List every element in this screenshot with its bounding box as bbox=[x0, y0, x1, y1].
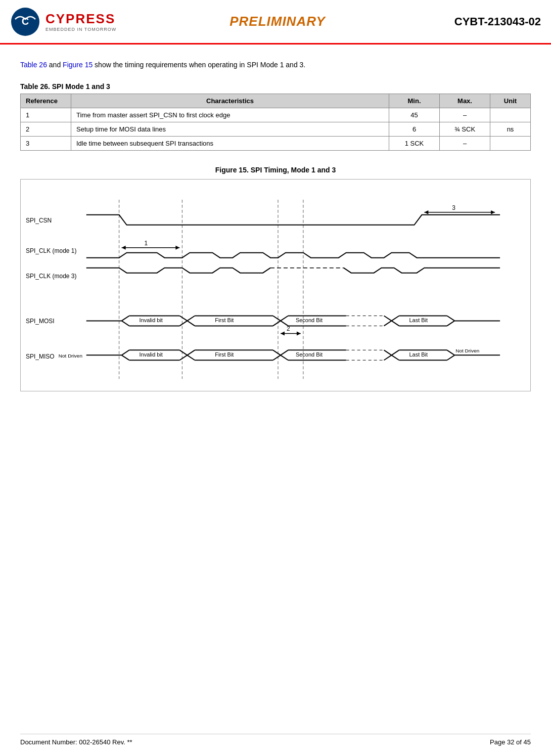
miso-last-label: Last Bit bbox=[409, 351, 428, 358]
mosi-invalid-label: Invalid bit bbox=[140, 317, 163, 323]
clk3-waveform-pre bbox=[86, 268, 270, 273]
cell-unit-0 bbox=[490, 108, 531, 122]
table-row: 1 Time from master assert SPI_CSN to fir… bbox=[21, 108, 531, 122]
miso-not-driven-left-label: Not Driven bbox=[59, 353, 82, 359]
annotation3-label: 3 bbox=[452, 204, 455, 211]
miso-xdown1 bbox=[122, 355, 129, 360]
miso-x3-up bbox=[187, 350, 195, 355]
cell-char-2: Idle time between subsequent SPI transac… bbox=[71, 137, 389, 151]
miso-x3-down bbox=[187, 355, 195, 360]
miso-second-label: Second Bit bbox=[296, 351, 323, 358]
mosi-xdown1 bbox=[122, 321, 129, 326]
logo-sub-text: EMBEDDED IN TOMORROW bbox=[45, 27, 116, 32]
miso-x6-a bbox=[384, 350, 392, 355]
mosi-x2-down bbox=[179, 321, 187, 326]
annotation2-label: 2 bbox=[287, 325, 290, 332]
annotation3-arrow-left bbox=[424, 210, 428, 214]
spi-mode-table: Reference Characteristics Min. Max. Unit… bbox=[20, 94, 531, 151]
table-ref-link[interactable]: Table 26 bbox=[20, 61, 47, 69]
miso-x2-down bbox=[179, 355, 187, 360]
miso-invalid-label: Invalid bit bbox=[140, 351, 163, 358]
col-header-reference: Reference bbox=[21, 94, 71, 108]
mosi-second-label: Second Bit bbox=[296, 317, 323, 323]
signal-label-mosi: SPI_MOSI bbox=[26, 318, 55, 325]
miso-x2-up bbox=[179, 350, 187, 355]
mosi-x5-a bbox=[281, 316, 288, 321]
table-row: 2 Setup time for MOSI data lines 6 ¾ SCK… bbox=[21, 122, 531, 137]
figure-title: Figure 15. SPI Timing, Mode 1 and 3 bbox=[20, 166, 531, 174]
csn-waveform bbox=[86, 215, 500, 225]
cell-char-1: Setup time for MOSI data lines bbox=[71, 122, 389, 137]
page-header: C CYPRESS EMBEDDED IN TOMORROW PRELIMINA… bbox=[0, 0, 551, 45]
mosi-xup1 bbox=[122, 316, 129, 321]
signal-label-miso: SPI_MISO bbox=[26, 353, 55, 360]
table-header-row: Reference Characteristics Min. Max. Unit bbox=[21, 94, 531, 108]
cell-max-1: ¾ SCK bbox=[440, 122, 490, 137]
cell-unit-1: ns bbox=[490, 122, 531, 137]
cell-max-2: – bbox=[440, 137, 490, 151]
annotation3-arrow-right bbox=[491, 210, 495, 214]
annotation1-arrow-left bbox=[122, 246, 126, 250]
col-header-max: Max. bbox=[440, 94, 490, 108]
miso-x5-b bbox=[281, 355, 288, 360]
miso-x7-b bbox=[392, 355, 399, 360]
miso-x4-b bbox=[273, 355, 281, 360]
col-header-unit: Unit bbox=[490, 94, 531, 108]
cell-ref-0: 1 bbox=[21, 108, 71, 122]
footer-page: Page 32 of 45 bbox=[490, 738, 531, 746]
intro-after: show the timing requirements when operat… bbox=[93, 61, 305, 69]
intro-paragraph: Table 26 and Figure 15 show the timing r… bbox=[20, 60, 531, 70]
logo-brand-text: CYPRESS bbox=[45, 11, 116, 27]
clk3-waveform-post bbox=[344, 268, 500, 273]
mosi-x4-a bbox=[273, 316, 281, 321]
header-title: PRELIMINARY bbox=[146, 14, 409, 29]
miso-end-a bbox=[447, 350, 454, 355]
table-row: 3 Idle time between subsequent SPI trans… bbox=[21, 137, 531, 151]
annotation2-arrow-right bbox=[297, 331, 301, 335]
mosi-x2-up bbox=[179, 316, 187, 321]
signal-label-clk1: SPI_CLK (mode 1) bbox=[26, 247, 76, 254]
footer-doc-number: Document Number: 002-26540 Rev. ** bbox=[20, 738, 132, 746]
signal-label-clk3: SPI_CLK (mode 3) bbox=[26, 273, 76, 280]
main-content: Table 26 and Figure 15 show the timing r… bbox=[0, 45, 551, 437]
miso-end-b bbox=[447, 355, 454, 360]
mosi-end-a bbox=[447, 316, 454, 321]
figure-ref-link[interactable]: Figure 15 bbox=[63, 61, 93, 69]
cell-unit-2 bbox=[490, 137, 531, 151]
miso-not-driven-right-label: Not Driven bbox=[455, 348, 479, 353]
mosi-x6-a bbox=[384, 316, 392, 321]
intro-and: and bbox=[47, 61, 63, 69]
cell-min-2: 1 SCK bbox=[389, 137, 440, 151]
logo-area: C CYPRESS EMBEDDED IN TOMORROW bbox=[10, 7, 146, 37]
mosi-x6-b bbox=[384, 321, 392, 326]
miso-first-label: First Bit bbox=[215, 351, 234, 358]
cell-ref-1: 2 bbox=[21, 122, 71, 137]
page-footer: Document Number: 002-26540 Rev. ** Page … bbox=[20, 734, 531, 746]
cypress-logo-icon: C bbox=[10, 7, 40, 37]
cell-char-0: Time from master assert SPI_CSN to first… bbox=[71, 108, 389, 122]
cell-ref-2: 3 bbox=[21, 137, 71, 151]
mosi-end-b bbox=[447, 321, 454, 326]
timing-diagram-svg: SPI_CSN SPI_CLK (mode 1) SPI_CLK (mode 3… bbox=[21, 180, 530, 391]
miso-x6-b bbox=[384, 355, 392, 360]
mosi-x3-down bbox=[187, 321, 195, 326]
annotation1-arrow-right bbox=[175, 246, 179, 250]
clk1-waveform bbox=[86, 253, 500, 258]
annotation2-arrow-left bbox=[281, 331, 285, 335]
cell-min-0: 45 bbox=[389, 108, 440, 122]
col-header-min: Min. bbox=[389, 94, 440, 108]
miso-x7-a bbox=[392, 350, 399, 355]
mosi-x7-a bbox=[392, 316, 399, 321]
cell-min-1: 6 bbox=[389, 122, 440, 137]
table-title: Table 26. SPI Mode 1 and 3 bbox=[20, 82, 531, 91]
mosi-x7-b bbox=[392, 321, 399, 326]
annotation1-label: 1 bbox=[145, 240, 148, 247]
col-header-characteristics: Characteristics bbox=[71, 94, 389, 108]
mosi-x4-b bbox=[273, 321, 281, 326]
mosi-last-label: Last Bit bbox=[409, 317, 428, 323]
miso-x5-a bbox=[281, 350, 288, 355]
miso-x4-a bbox=[273, 350, 281, 355]
signal-label-csn: SPI_CSN bbox=[26, 217, 52, 224]
miso-xup1 bbox=[122, 350, 129, 355]
header-doc-number: CYBT-213043-02 bbox=[409, 15, 541, 28]
